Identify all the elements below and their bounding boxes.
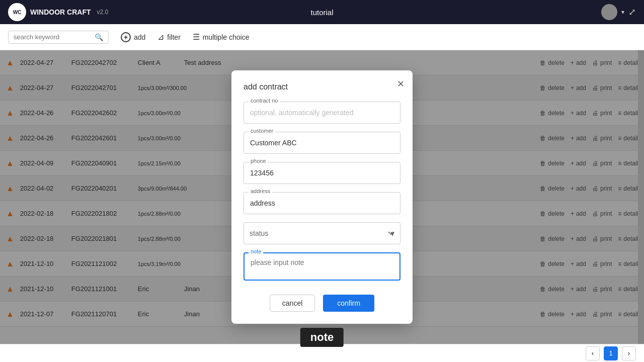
search-icon[interactable]: 🔍 [95, 33, 103, 41]
address-field: address [244, 192, 400, 214]
filter-button[interactable]: ⊿ filter [157, 32, 180, 42]
next-page-button[interactable]: › [622, 346, 636, 360]
logo-icon: WC [8, 3, 26, 21]
contract-no-label: contract no [249, 98, 280, 104]
phone-input[interactable] [244, 162, 400, 184]
customer-label: customer [249, 128, 275, 134]
toolbar: 🔍 + add ⊿ filter ☰ multiple choice [0, 24, 644, 50]
phone-label: phone [249, 158, 268, 164]
topbar-right: ▾ ⤢ [601, 4, 636, 20]
multiple-choice-button[interactable]: ☰ multiple choice [193, 32, 250, 42]
status-field: status ▾ [244, 222, 400, 244]
filter-icon: ⊿ [157, 32, 164, 42]
page-1-button[interactable]: 1 [604, 346, 618, 360]
status-select[interactable] [244, 222, 400, 244]
search-box[interactable]: 🔍 [8, 31, 109, 44]
modal-overlay: add contract ✕ contract no customer phon… [0, 50, 644, 344]
add-button[interactable]: + add [121, 32, 145, 42]
add-icon: + [121, 32, 131, 42]
confirm-button[interactable]: confirm [323, 295, 374, 312]
prev-page-button[interactable]: ‹ [586, 346, 600, 360]
multiple-choice-icon: ☰ [193, 32, 200, 42]
brand-name: WINDOOR CRAFT [30, 8, 91, 16]
contract-no-field: contract no [244, 102, 400, 124]
note-label: note [249, 248, 263, 254]
modal-footer: cancel confirm [244, 295, 400, 312]
modal-title: add contract [244, 82, 400, 92]
phone-field: phone [244, 162, 400, 184]
search-input[interactable] [14, 33, 92, 41]
modal-close-button[interactable]: ✕ [397, 78, 405, 89]
topbar: WC WINDOOR CRAFT v2.0 tutorial ▾ ⤢ [0, 0, 644, 24]
customer-input[interactable] [244, 132, 400, 154]
cancel-button[interactable]: cancel [270, 295, 315, 312]
compress-icon[interactable]: ⤢ [628, 7, 636, 18]
add-contract-modal: add contract ✕ contract no customer phon… [231, 70, 413, 324]
contract-no-input[interactable] [244, 102, 400, 124]
page-title: tutorial [310, 8, 333, 17]
note-field: note [244, 252, 400, 283]
avatar[interactable] [601, 4, 617, 20]
note-input[interactable] [244, 252, 400, 281]
logo: WC WINDOOR CRAFT v2.0 [8, 3, 108, 21]
version-label: v2.0 [97, 9, 109, 16]
customer-field: customer [244, 132, 400, 154]
address-label: address [249, 188, 272, 194]
avatar-dropdown-icon[interactable]: ▾ [621, 9, 624, 16]
address-input[interactable] [244, 192, 400, 214]
note-tooltip: note [300, 328, 344, 347]
